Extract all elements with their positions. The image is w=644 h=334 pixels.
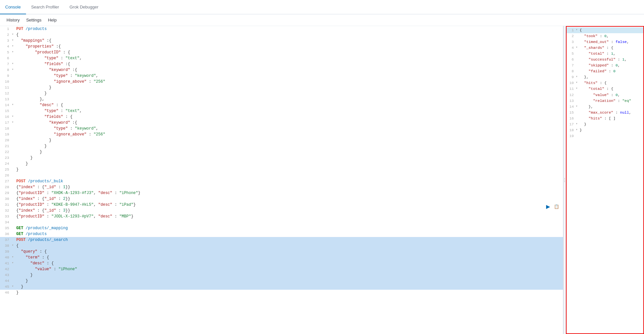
output-line: 3 "timed_out" : false, — [567, 39, 643, 45]
line-number: 32 — [0, 208, 12, 214]
output-fold-icon[interactable]: ▾ — [576, 127, 580, 133]
line-content: "type" : "text", — [16, 55, 563, 61]
nav-help[interactable]: Help — [45, 16, 59, 24]
line-content: "term" : { — [16, 255, 563, 260]
line-number: 36 — [0, 231, 12, 237]
line-number: 44 — [0, 278, 12, 284]
copy-button[interactable]: 📋 — [553, 203, 560, 210]
editor-line: 26 — [0, 173, 563, 178]
line-number: 19 — [0, 132, 12, 137]
editor-line: 5▾ "productID" : { — [0, 49, 563, 55]
line-content: } — [16, 290, 563, 296]
tab-console-label: Console — [5, 5, 21, 9]
output-fold-icon[interactable]: ▾ — [576, 74, 580, 80]
fold-icon[interactable]: ▾ — [12, 114, 16, 119]
line-number: 16 — [0, 114, 12, 120]
output-line: 16 "hits" : [ ] — [567, 116, 643, 121]
output-line-content: "max_score" : null, — [580, 110, 643, 116]
line-content: {"index" : {"_id" : 1}} — [16, 184, 563, 190]
fold-icon[interactable]: ▾ — [12, 243, 16, 248]
editor-line: 16▾ "fields" : { — [0, 114, 563, 120]
line-content: "ignore_above" : "256" — [16, 132, 563, 137]
fold-icon[interactable]: ▾ — [12, 38, 16, 43]
tab-grok-debugger-label: Grok Debugger — [70, 5, 99, 9]
editor-panel[interactable]: 1 PUT /products2▾{3▾ "mappings" :{4▾ "pr… — [0, 26, 563, 334]
fold-icon[interactable]: ▾ — [12, 260, 16, 265]
fold-icon[interactable]: ▾ — [12, 284, 16, 289]
output-line-number: 1 — [567, 27, 576, 33]
output-fold-icon[interactable] — [576, 68, 580, 74]
line-number: 4 — [0, 44, 12, 49]
line-number: 34 — [0, 219, 12, 225]
line-content: "desc" : { — [16, 260, 563, 266]
editor-line: 17▾ "keyword" :{ — [0, 120, 563, 126]
fold-icon[interactable]: ▾ — [12, 67, 16, 72]
fold-icon[interactable]: ▾ — [12, 102, 16, 107]
line-number: 17 — [0, 120, 12, 126]
output-line-number: 13 — [567, 98, 576, 104]
line-number: 28 — [0, 184, 12, 190]
output-line-content: "total" : 1, — [580, 51, 643, 57]
http-path: /products — [23, 232, 47, 236]
output-line-number: 16 — [567, 116, 576, 121]
output-fold-icon[interactable] — [576, 51, 580, 57]
code-editor[interactable]: 1 PUT /products2▾{3▾ "mappings" :{4▾ "pr… — [0, 26, 563, 296]
editor-line: 38▾{ — [0, 243, 563, 249]
output-line-content: } — [580, 127, 643, 133]
output-fold-icon[interactable] — [576, 110, 580, 116]
fold-icon[interactable]: ▾ — [12, 32, 16, 37]
line-number: 35 — [0, 225, 12, 231]
line-content: GET /products/_mapping — [16, 225, 563, 231]
tab-search-profiler[interactable]: Search Profiler — [26, 0, 64, 14]
output-fold-icon[interactable]: ▾ — [576, 86, 580, 92]
editor-line: 42 "value" : "iPhone" — [0, 266, 563, 272]
output-line-number: 15 — [567, 110, 576, 116]
tab-console[interactable]: Console — [0, 0, 26, 14]
output-fold-icon[interactable] — [576, 63, 580, 68]
fold-icon[interactable]: ▾ — [12, 44, 16, 49]
fold-icon[interactable]: ▾ — [12, 61, 16, 66]
line-content: "keyword" :{ — [16, 67, 563, 73]
fold-icon[interactable]: ▾ — [12, 255, 16, 259]
tab-grok-debugger[interactable]: Grok Debugger — [64, 0, 104, 14]
output-fold-icon[interactable]: ▾ — [576, 45, 580, 51]
output-line-content: "timed_out" : false, — [580, 39, 643, 45]
output-fold-icon[interactable] — [576, 33, 580, 39]
line-number: 41 — [0, 260, 12, 266]
line-content: } — [16, 155, 563, 161]
line-number: 25 — [0, 167, 12, 173]
nav-history[interactable]: History — [4, 16, 22, 24]
line-number: 46 — [0, 290, 12, 296]
editor-line: 13 }, — [0, 96, 563, 102]
editor-line: 14▾ "desc" : { — [0, 102, 563, 108]
output-fold-icon[interactable] — [576, 92, 580, 98]
output-line: 17▾ } — [567, 121, 643, 127]
output-fold-icon[interactable] — [576, 39, 580, 45]
output-fold-icon[interactable]: ▾ — [576, 27, 580, 33]
editor-line: 20 } — [0, 137, 563, 143]
line-content: } — [16, 90, 563, 96]
output-fold-icon[interactable] — [576, 98, 580, 104]
fold-icon[interactable]: ▾ — [12, 49, 16, 54]
http-method: GET — [16, 226, 23, 230]
output-line-number: 3 — [567, 39, 576, 45]
line-number: 26 — [0, 173, 12, 178]
output-fold-icon[interactable]: ▾ — [576, 104, 580, 110]
line-content: "value" : "iPhone" — [16, 266, 563, 272]
resize-handle[interactable] — [563, 26, 566, 334]
nav-settings[interactable]: Settings — [23, 16, 44, 24]
editor-line: 43 } — [0, 272, 563, 278]
output-fold-icon[interactable] — [576, 116, 580, 121]
output-fold-icon[interactable]: ▾ — [576, 121, 580, 127]
output-fold-icon[interactable] — [576, 57, 580, 63]
output-fold-icon[interactable]: ▾ — [576, 80, 580, 86]
line-content: "desc" : { — [16, 102, 563, 108]
output-line: 5 "total" : 1, — [567, 51, 643, 57]
output-line: 8 "failed" : 0 — [567, 68, 643, 74]
line-number: 2 — [0, 32, 12, 38]
run-button[interactable]: ▶ — [545, 203, 551, 210]
http-method: POST — [16, 179, 26, 184]
line-content: } — [16, 161, 563, 167]
output-fold-icon[interactable] — [576, 133, 580, 139]
fold-icon[interactable]: ▾ — [12, 120, 16, 125]
